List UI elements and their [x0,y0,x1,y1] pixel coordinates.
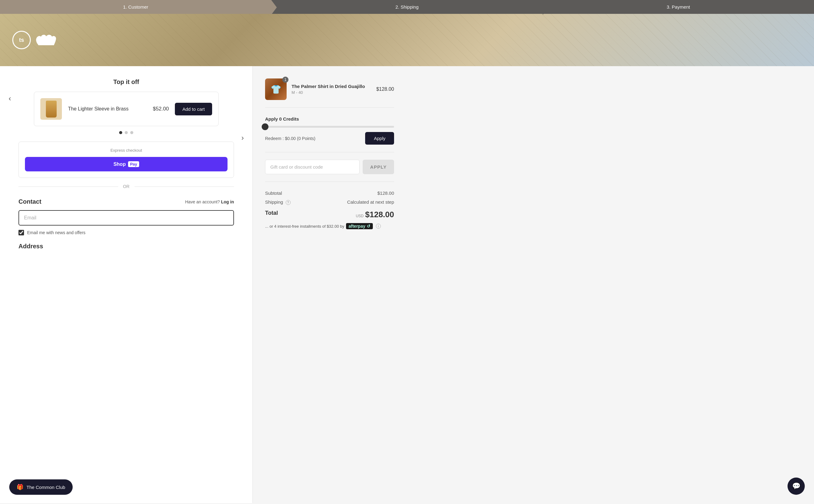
credits-slider[interactable] [265,126,394,128]
chat-button[interactable]: 💬 [788,478,805,495]
total-row: Total USD $128.00 [265,210,394,219]
redeem-text: Redeem : $0.00 (0 Points) [265,136,315,141]
contact-header: Contact Have an account? Log in [18,198,234,205]
upsell-product-price: $52.00 [153,106,169,112]
shipping-value: Calculated at next step [347,199,394,205]
bear-icon [34,32,58,48]
carousel-dots [18,131,234,134]
contact-section: Contact Have an account? Log in Email me… [18,198,234,250]
shipping-row: Shipping ? Calculated at next step [265,199,394,205]
step-payment[interactable]: 3. Payment [543,0,814,14]
right-panel: 👕 1 The Palmer Shirt in Dried Guajillo M… [252,66,406,503]
contact-title: Contact [18,198,41,205]
discount-code-input[interactable] [265,160,359,174]
subtotal-label: Subtotal [265,190,282,196]
apply-discount-button[interactable]: APPLY [363,160,394,174]
slider-track [265,126,394,128]
order-product-price: $128.00 [376,86,394,92]
address-section-title: Address [18,243,234,250]
redeem-row: Redeem : $0.00 (0 Points) Apply [265,132,394,145]
afterpay-text: ... or 4 interest-free installments of $… [265,224,344,229]
common-club-bar[interactable]: 🎁 The Common Club [9,479,73,495]
carousel-dot-3[interactable] [130,131,133,134]
shirt-icon: 👕 [271,84,281,94]
email-field[interactable] [18,210,234,226]
carousel-prev-button[interactable]: ‹ [6,92,14,105]
product-carousel: The Lighter Sleeve in Brass $52.00 Add t… [34,92,218,126]
order-product-image-wrap: 👕 1 [265,78,287,100]
email-opt-in-label: Email me with news and offers [27,230,86,235]
logo-circle: ts [12,31,31,49]
shipping-label: Shipping ? [265,199,291,205]
total-label: Total [265,210,278,219]
order-product-summary: 👕 1 The Palmer Shirt in Dried Guajillo M… [265,78,394,108]
product-thumbnail [40,98,62,120]
subtotal-value: $128.00 [377,190,394,196]
login-link-text: Have an account? Log in [185,199,234,204]
carousel-dot-1[interactable] [119,131,122,134]
afterpay-info-icon[interactable]: i [376,224,381,229]
express-checkout-section: Express checkout Shop Pay [18,142,234,178]
apply-credits-button[interactable]: Apply [365,132,394,145]
add-to-cart-button[interactable]: Add to cart [175,103,212,115]
shipping-help-icon[interactable]: ? [286,200,291,205]
hero-banner: ts [0,14,814,66]
gift-icon: 🎁 [17,484,23,490]
brand-logo: ts [12,31,58,49]
step-shipping[interactable]: 2. Shipping [271,0,543,14]
progress-bar: 1. Customer 2. Shipping 3. Payment [0,0,814,14]
carousel-dot-2[interactable] [125,131,128,134]
express-checkout-label: Express checkout [25,148,227,153]
left-panel: Top it off ‹ The Lighter Sleeve in Brass… [0,66,252,503]
order-totals: Subtotal $128.00 Shipping ? Calculated a… [265,190,394,229]
chat-icon: 💬 [792,482,800,490]
discount-section: APPLY [265,160,394,182]
subtotal-row: Subtotal $128.00 [265,190,394,196]
upsell-product-name: The Lighter Sleeve in Brass [68,106,146,112]
or-divider: OR [18,184,234,189]
credits-title: Apply 0 Credits [265,116,394,122]
shop-pay-button[interactable]: Shop Pay [25,157,227,171]
quantity-badge: 1 [282,77,288,83]
upsell-title: Top it off [18,78,234,86]
order-product-variant: M - 40 [291,90,371,95]
total-currency: USD [356,214,363,218]
email-opt-in-row: Email me with news and offers [18,230,234,235]
afterpay-row: ... or 4 interest-free installments of $… [265,223,394,229]
common-club-label: The Common Club [26,485,65,490]
upsell-section: Top it off ‹ The Lighter Sleeve in Brass… [18,78,234,189]
log-in-link[interactable]: Log in [221,199,234,204]
lighter-icon [46,101,57,118]
shop-pay-badge: Pay [128,161,139,167]
step-customer[interactable]: 1. Customer [0,0,271,14]
total-amount-group: USD $128.00 [356,210,394,219]
product-info: The Lighter Sleeve in Brass [68,106,146,112]
total-value: $128.00 [365,210,394,219]
slider-thumb[interactable] [262,123,268,130]
order-product-name: The Palmer Shirt in Dried Guajillo [291,84,371,89]
email-opt-in-checkbox[interactable] [18,230,24,235]
afterpay-logo: afterpay ↺ [346,223,372,229]
carousel-next-button[interactable]: › [239,131,246,145]
credits-section: Apply 0 Credits Redeem : $0.00 (0 Points… [265,116,394,152]
order-product-details: The Palmer Shirt in Dried Guajillo M - 4… [291,84,371,95]
